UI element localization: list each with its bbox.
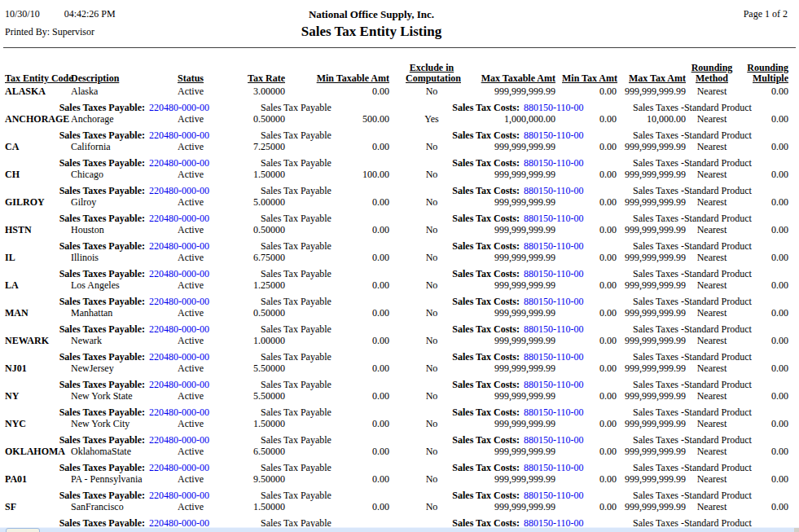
payable-account-link[interactable]: 220480-000-00 [149,269,209,279]
payable-account-description: Sales Tax Payable [261,324,331,335]
sales-tax-costs-label: Sales Tax Costs: [424,213,520,224]
entity-rounding-method: Nearest [687,474,736,485]
payable-account-description: Sales Tax Payable [261,352,331,363]
entity-status: Active [147,197,204,208]
payable-account-link[interactable]: 220480-000-00 [149,435,209,446]
costs-account-description: Sales Taxes -Standard Product [633,241,752,252]
column-min-taxable-amt: Min Taxable Amt [312,73,389,84]
entity-status: Active [147,253,204,263]
payable-account-link[interactable]: 220480-000-00 [149,186,209,196]
entity-rounding-method: Nearest [687,225,736,235]
entity-max-taxable-amt: 999,999,999.99 [471,308,555,319]
entity-row: NJ01 NewJersey Active 5.50000 0.00 No 99… [0,363,799,375]
costs-account-link[interactable]: 880150-110-00 [524,352,584,363]
entity-exclude-in-computation: No [406,363,458,374]
entity-min-taxable-amt: 0.00 [312,253,389,263]
entity-row: GILROY Gilroy Active 5.00000 0.00 No 999… [0,197,799,209]
entity-rounding-multiple: 0.00 [738,308,788,319]
entity-exclude-in-computation: No [406,253,458,263]
entity-exclude-in-computation: No [406,446,458,457]
costs-account-link[interactable]: 880150-110-00 [524,380,584,390]
costs-account-link[interactable]: 880150-110-00 [524,490,584,501]
entity-accounts-row: Sales Taxes Payable: 220480-000-00 Sales… [0,463,799,474]
costs-account-description: Sales Taxes -Standard Product [633,103,752,113]
entity-min-taxable-amt: 0.00 [312,225,389,235]
entity-row-group: CA California Active 7.25000 0.00 No 999… [0,142,799,169]
entity-code: OKLAHOMA [5,446,70,457]
sales-tax-costs-label: Sales Tax Costs: [424,352,520,363]
header-rule [3,47,796,48]
sales-tax-costs-label: Sales Tax Costs: [424,130,520,141]
costs-account-link[interactable]: 880150-110-00 [524,186,584,196]
report-page: 10/30/1004:42:26 PM Printed By: Supervis… [0,0,799,532]
costs-account-description: Sales Taxes -Standard Product [633,435,752,446]
entity-tax-rate: 7.25000 [210,142,285,152]
sales-tax-costs-label: Sales Tax Costs: [424,324,520,335]
costs-account-link[interactable]: 880150-110-00 [524,158,584,169]
payable-account-link[interactable]: 220480-000-00 [149,130,209,141]
scrollbar-thumb[interactable] [6,528,40,532]
entity-code: NEWARK [5,336,70,346]
entity-max-tax-amt: 999,999,999.99 [621,308,686,319]
payable-account-link[interactable]: 220480-000-00 [149,103,209,113]
costs-account-link[interactable]: 880150-110-00 [524,435,584,446]
sales-taxes-payable-label: Sales Taxes Payable: [33,380,145,390]
entity-tax-rate: 3.00000 [210,86,285,97]
payable-account-link[interactable]: 220480-000-00 [149,380,209,390]
costs-account-link[interactable]: 880150-110-00 [524,241,584,252]
column-min-tax-amt: Min Tax Amt [562,73,617,84]
entity-row: CA California Active 7.25000 0.00 No 999… [0,142,799,153]
entity-exclude-in-computation: No [406,391,458,402]
payable-account-description: Sales Tax Payable [261,186,331,196]
sales-tax-costs-label: Sales Tax Costs: [424,158,520,169]
entity-max-tax-amt: 999,999,999.99 [621,225,686,235]
entity-exclude-in-computation: No [406,336,458,346]
costs-account-link[interactable]: 880150-110-00 [524,130,584,141]
costs-account-link[interactable]: 880150-110-00 [524,324,584,335]
entity-status: Active [147,363,204,374]
entity-max-taxable-amt: 999,999,999.99 [471,474,555,485]
entity-status: Active [147,142,204,152]
entity-max-taxable-amt: 999,999,999.99 [471,419,555,429]
entity-exclude-in-computation: Yes [406,114,458,125]
entity-min-taxable-amt: 0.00 [312,280,389,291]
payable-account-link[interactable]: 220480-000-00 [149,297,209,307]
costs-account-description: Sales Taxes -Standard Product [633,130,752,141]
payable-account-link[interactable]: 220480-000-00 [149,352,209,363]
sales-tax-costs-label: Sales Tax Costs: [424,407,520,418]
costs-account-link[interactable]: 880150-110-00 [524,297,584,307]
payable-account-link[interactable]: 220480-000-00 [149,158,209,169]
entity-accounts-row: Sales Taxes Payable: 220480-000-00 Sales… [0,435,799,446]
payable-account-link[interactable]: 220480-000-00 [149,407,209,418]
costs-account-link[interactable]: 880150-110-00 [524,213,584,224]
entity-row: HSTN Houston Active 0.50000 0.00 No 999,… [0,225,799,236]
entity-code: ALASKA [5,86,70,97]
entity-accounts-row: Sales Taxes Payable: 220480-000-00 Sales… [0,158,799,169]
costs-account-link[interactable]: 880150-110-00 [524,103,584,113]
entity-rounding-multiple: 0.00 [738,502,788,512]
costs-account-description: Sales Taxes -Standard Product [633,158,752,169]
column-rounding-method: RoundingMethod [687,63,736,84]
payable-account-description: Sales Tax Payable [261,407,331,418]
payable-account-link[interactable]: 220480-000-00 [149,213,209,224]
payable-account-link[interactable]: 220480-000-00 [149,241,209,252]
entity-max-tax-amt: 999,999,999.99 [621,474,686,485]
sales-taxes-payable-label: Sales Taxes Payable: [33,490,145,501]
costs-account-link[interactable]: 880150-110-00 [524,407,584,418]
horizontal-scrollbar[interactable] [0,527,799,532]
entity-exclude-in-computation: No [406,419,458,429]
payable-account-link[interactable]: 220480-000-00 [149,463,209,473]
column-status: Status [147,73,204,84]
entity-accounts-row: Sales Taxes Payable: 220480-000-00 Sales… [0,490,799,502]
payable-account-link[interactable]: 220480-000-00 [149,324,209,335]
costs-account-link[interactable]: 880150-110-00 [524,463,584,473]
column-tax-entity-code: Tax Entity Code [5,73,70,84]
entity-accounts-row: Sales Taxes Payable: 220480-000-00 Sales… [0,352,799,363]
entity-row: ANCHORAGE Anchorage Active 0.50000 500.0… [0,114,799,125]
entity-status: Active [147,502,204,512]
costs-account-link[interactable]: 880150-110-00 [524,269,584,279]
entity-rounding-method: Nearest [687,86,736,97]
payable-account-link[interactable]: 220480-000-00 [149,490,209,501]
entity-rounding-multiple: 0.00 [738,197,788,208]
entity-status: Active [147,474,204,485]
